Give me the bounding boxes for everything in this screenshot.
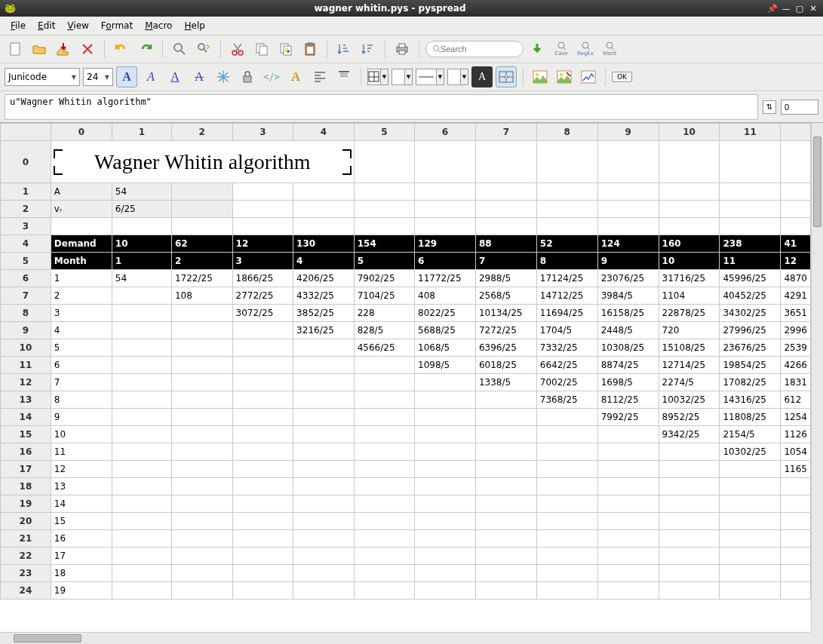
font-size-select[interactable]: 24▼ <box>83 68 113 86</box>
cell[interactable] <box>293 513 355 530</box>
cell[interactable] <box>597 443 659 461</box>
cell[interactable]: 8 <box>536 253 597 270</box>
row-header[interactable]: 22 <box>1 547 51 565</box>
cell[interactable] <box>475 461 536 478</box>
cell[interactable] <box>171 305 232 322</box>
cell[interactable]: 10 <box>659 253 720 270</box>
cell[interactable] <box>536 530 597 547</box>
cell[interactable] <box>293 582 355 600</box>
cell[interactable]: 41 <box>781 235 811 253</box>
cell[interactable]: 124 <box>597 235 659 253</box>
cell[interactable]: 62 <box>171 235 232 253</box>
cell[interactable] <box>112 305 171 322</box>
cell[interactable] <box>171 409 232 426</box>
cell[interactable]: 8022/25 <box>415 305 476 322</box>
cell[interactable] <box>475 513 536 530</box>
cell[interactable]: 1866/25 <box>232 270 293 287</box>
cell[interactable] <box>171 495 232 513</box>
find-icon[interactable] <box>169 38 190 60</box>
cell[interactable] <box>415 565 476 582</box>
chart-icon[interactable] <box>578 66 599 87</box>
cell[interactable]: 11808/25 <box>720 409 781 426</box>
cell[interactable] <box>597 530 659 547</box>
redo-icon[interactable] <box>135 38 156 60</box>
cell[interactable] <box>781 513 811 530</box>
cell[interactable] <box>720 582 781 600</box>
cell[interactable]: Demand <box>51 235 112 253</box>
cell[interactable]: 2568/5 <box>475 287 536 305</box>
cell[interactable] <box>354 374 414 391</box>
cell[interactable]: 3984/5 <box>597 287 659 305</box>
cell[interactable]: 6 <box>51 357 112 374</box>
row-header[interactable]: 14 <box>1 409 51 426</box>
cell[interactable] <box>781 530 811 547</box>
underline-icon[interactable]: A <box>164 66 186 87</box>
cell[interactable] <box>112 391 171 409</box>
cell[interactable] <box>171 322 232 339</box>
cell[interactable] <box>232 426 293 443</box>
title-cell[interactable]: Wagner Whitin algorithm <box>51 141 354 183</box>
search-box[interactable] <box>425 41 524 57</box>
cell[interactable] <box>781 141 811 183</box>
cell[interactable]: 2154/5 <box>720 426 781 443</box>
row-header[interactable]: 0 <box>1 141 51 183</box>
cell[interactable] <box>232 339 293 357</box>
cell[interactable]: 4332/25 <box>293 287 355 305</box>
cell[interactable] <box>536 582 597 600</box>
cell[interactable]: 12 <box>781 253 811 270</box>
cell[interactable] <box>720 565 781 582</box>
row-header[interactable]: 12 <box>1 374 51 391</box>
cell[interactable]: Month <box>51 253 112 270</box>
cell[interactable]: 3852/25 <box>293 305 355 322</box>
cell[interactable]: 22878/25 <box>659 305 720 322</box>
cell[interactable] <box>415 183 476 201</box>
cell[interactable] <box>293 339 355 357</box>
regex-icon[interactable]: RegEx <box>575 38 596 60</box>
cell[interactable] <box>659 218 720 235</box>
cell[interactable]: 1165 <box>781 461 811 478</box>
align-left-icon[interactable] <box>309 66 330 87</box>
cell[interactable]: 2539 <box>781 339 811 357</box>
cell[interactable] <box>781 547 811 565</box>
cell[interactable] <box>232 201 293 218</box>
cell[interactable] <box>293 374 355 391</box>
cell[interactable] <box>354 201 414 218</box>
cell[interactable] <box>112 374 171 391</box>
cell[interactable] <box>475 391 536 409</box>
cell[interactable] <box>597 183 659 201</box>
cell[interactable] <box>354 391 414 409</box>
cell[interactable] <box>415 443 476 461</box>
cell[interactable]: 4566/25 <box>354 339 414 357</box>
horizontal-scrollbar[interactable] <box>0 632 811 644</box>
cell[interactable] <box>659 201 720 218</box>
lock-icon[interactable] <box>237 66 258 87</box>
cell[interactable] <box>415 218 476 235</box>
cell[interactable] <box>354 530 414 547</box>
row-header[interactable]: 11 <box>1 357 51 374</box>
cell[interactable] <box>354 183 414 201</box>
cell[interactable] <box>112 443 171 461</box>
export-icon[interactable] <box>77 38 98 60</box>
menu-help[interactable]: Help <box>178 18 210 33</box>
cell[interactable]: 4 <box>293 253 355 270</box>
cell[interactable]: 130 <box>293 235 355 253</box>
cell[interactable] <box>597 478 659 495</box>
cell[interactable]: 11772/25 <box>415 270 476 287</box>
cell[interactable]: 17 <box>51 547 112 565</box>
cell[interactable] <box>475 141 536 183</box>
cell[interactable]: 7368/25 <box>536 391 597 409</box>
cell[interactable] <box>232 461 293 478</box>
cell[interactable]: 9342/25 <box>659 426 720 443</box>
cell[interactable] <box>293 409 355 426</box>
cell[interactable] <box>720 495 781 513</box>
cell[interactable] <box>415 478 476 495</box>
cell[interactable]: 1104 <box>659 287 720 305</box>
cell[interactable] <box>232 374 293 391</box>
cell[interactable]: 10302/25 <box>720 443 781 461</box>
cell[interactable] <box>232 513 293 530</box>
cell[interactable] <box>354 547 414 565</box>
cell[interactable] <box>112 530 171 547</box>
cell[interactable]: 14316/25 <box>720 391 781 409</box>
word-icon[interactable]: Word <box>599 38 620 60</box>
cell[interactable] <box>536 218 597 235</box>
